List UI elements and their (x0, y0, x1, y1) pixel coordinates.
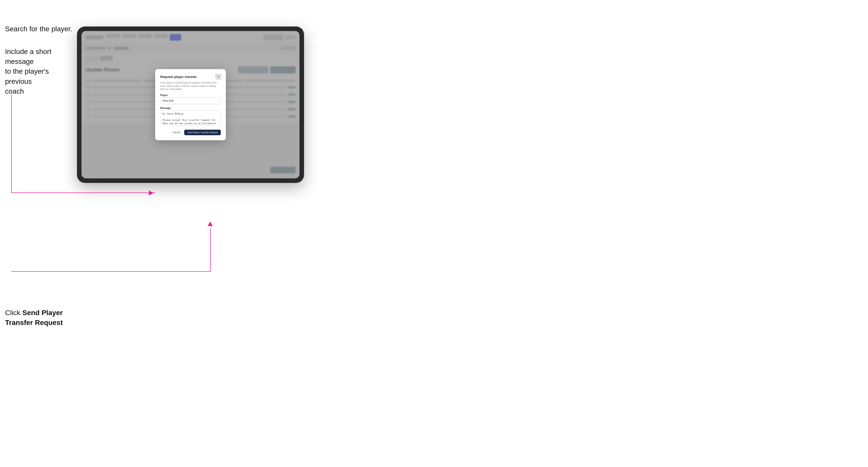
request-transfer-modal: Request player transfer ✕ If the player … (155, 69, 226, 140)
modal-header: Request player transfer ✕ (160, 74, 221, 79)
tablet-frame: Update Roster (77, 27, 304, 183)
arrow-message-horizontal (11, 192, 155, 193)
arrow-message-head (149, 190, 153, 195)
cancel-button[interactable]: Cancel (170, 130, 182, 135)
modal-close-button[interactable]: ✕ (216, 74, 221, 79)
modal-footer: Cancel Send Player Transfer Request (160, 130, 221, 135)
message-label: Message (160, 107, 221, 110)
arrow-message-vertical (11, 95, 12, 193)
player-input[interactable] (160, 98, 221, 104)
annotation-click: Click Send Player Transfer Request (5, 308, 71, 328)
tablet-screen: Update Roster (82, 31, 300, 178)
player-label: Player (160, 94, 221, 97)
annotation-search: Search for the player. (5, 24, 72, 34)
modal-overlay: Request player transfer ✕ If the player … (82, 31, 300, 178)
message-textarea[interactable]: Hi Coach McHarg, Please accept this tran… (160, 111, 221, 126)
send-transfer-button[interactable]: Send Player Transfer Request (184, 130, 221, 135)
arrow-click-head (208, 221, 213, 226)
modal-title: Request player transfer (160, 75, 197, 79)
modal-description: If the player is transferring from anoth… (160, 81, 221, 91)
arrow-click-horizontal (11, 271, 211, 272)
annotation-message: Include a short message to the player's … (5, 47, 71, 96)
arrow-click-vertical (210, 228, 211, 271)
